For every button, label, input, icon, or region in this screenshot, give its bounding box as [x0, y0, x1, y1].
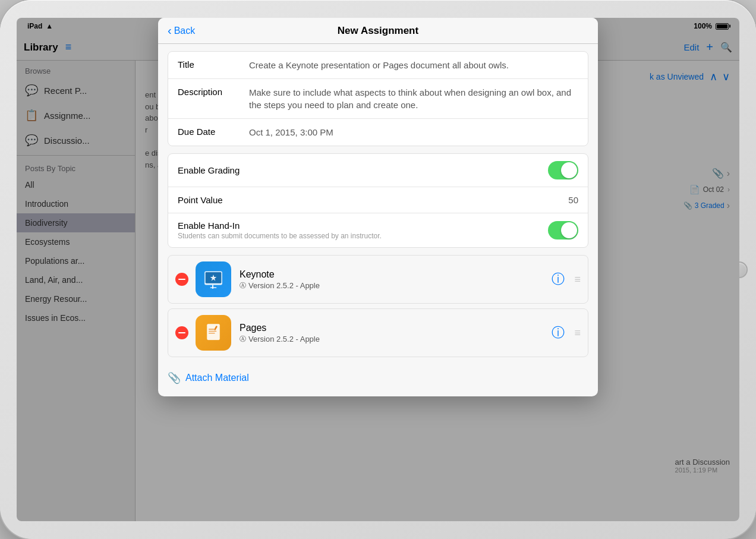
back-label: Back — [174, 26, 196, 36]
new-assignment-modal: ‹ Back New Assignment Title Create a Key… — [158, 18, 598, 396]
pages-version-text: Version 2.5.2 - Apple — [248, 335, 320, 343]
enable-handin-sublabel: Students can submit documents to be asse… — [178, 232, 548, 240]
point-value-row: Point Value 50 — [168, 187, 588, 213]
pages-actions: ⓘ ≡ — [552, 324, 581, 342]
description-value: Make sure to include what aspects to thi… — [249, 86, 578, 111]
modal-overlay: ‹ Back New Assignment Title Create a Key… — [17, 18, 739, 521]
enable-handin-block: Enable Hand-In Students can submit docum… — [178, 220, 548, 240]
modal-body: Title Create a Keynote presentation or P… — [158, 51, 598, 396]
keynote-actions: ⓘ ≡ — [552, 270, 581, 288]
description-label: Description — [178, 86, 249, 97]
pages-info: Pages Ⓐ Version 2.5.2 - Apple — [240, 323, 552, 343]
description-row: Description Make sure to include what as… — [168, 79, 588, 119]
pages-item: Pages Ⓐ Version 2.5.2 - Apple ⓘ ≡ — [168, 308, 588, 357]
title-value: Create a Keynote presentation or Pages d… — [249, 59, 578, 71]
ipad-frame: iPad ▲ 9:41 AM 100% Library ≡ Edit + 🔍 — [0, 0, 756, 539]
ipad-screen: iPad ▲ 9:41 AM 100% Library ≡ Edit + 🔍 — [17, 18, 739, 521]
svg-rect-3 — [212, 285, 213, 289]
pages-name: Pages — [240, 323, 552, 333]
due-date-row: Due Date Oct 1, 2015, 3:00 PM — [168, 119, 588, 146]
title-label: Title — [178, 59, 249, 70]
svg-rect-10 — [209, 333, 215, 333]
keynote-info-button[interactable]: ⓘ — [552, 270, 565, 288]
svg-rect-6 — [207, 324, 219, 340]
svg-rect-4 — [210, 287, 217, 288]
enable-handin-toggle[interactable] — [548, 221, 578, 239]
enable-grading-block: Enable Grading — [178, 165, 548, 175]
point-value-value: 50 — [568, 195, 578, 205]
enable-grading-toggle[interactable] — [548, 161, 578, 179]
form-section: Title Create a Keynote presentation or P… — [168, 51, 588, 146]
keynote-name: Keynote — [240, 269, 552, 280]
pages-remove-button[interactable] — [175, 326, 188, 339]
enable-grading-label: Enable Grading — [178, 165, 548, 175]
modal-nav-bar: ‹ Back New Assignment — [158, 18, 598, 44]
attach-paperclip-icon: 📎 — [168, 371, 181, 384]
keynote-remove-button[interactable] — [175, 273, 188, 286]
back-arrow-icon: ‹ — [168, 24, 172, 37]
svg-rect-8 — [209, 329, 214, 329]
modal-title: New Assignment — [338, 25, 418, 37]
keynote-appstore-icon: Ⓐ — [240, 281, 246, 290]
enable-handin-row: Enable Hand-In Students can submit docum… — [168, 213, 588, 247]
keynote-drag-handle[interactable]: ≡ — [574, 273, 581, 286]
due-date-value: Oct 1, 2015, 3:00 PM — [249, 126, 578, 138]
keynote-item: Keynote Ⓐ Version 2.5.2 - Apple ⓘ ≡ — [168, 255, 588, 304]
enable-grading-row: Enable Grading — [168, 154, 588, 187]
pages-drag-handle[interactable]: ≡ — [574, 327, 581, 339]
svg-rect-9 — [209, 331, 216, 332]
pages-version: Ⓐ Version 2.5.2 - Apple — [240, 335, 552, 343]
keynote-icon — [196, 261, 231, 297]
pages-info-button[interactable]: ⓘ — [552, 324, 565, 342]
point-value-block: Point Value — [178, 195, 568, 205]
point-value-label: Point Value — [178, 195, 568, 205]
attach-material-button[interactable]: 📎 Attach Material — [158, 364, 598, 396]
keynote-version-text: Version 2.5.2 - Apple — [248, 281, 320, 290]
title-row: Title Create a Keynote presentation or P… — [168, 52, 588, 79]
due-date-label: Due Date — [178, 126, 249, 137]
keynote-app-svg — [201, 267, 225, 291]
keynote-info: Keynote Ⓐ Version 2.5.2 - Apple — [240, 269, 552, 290]
attach-label: Attach Material — [185, 373, 249, 383]
enable-handin-label: Enable Hand-In — [178, 220, 548, 231]
toggle-section: Enable Grading Point Value 50 — [168, 153, 588, 248]
back-button[interactable]: ‹ Back — [168, 24, 195, 37]
pages-app-svg — [201, 321, 225, 345]
pages-icon — [196, 315, 231, 351]
pages-appstore-icon: Ⓐ — [240, 335, 246, 343]
app-section: Keynote Ⓐ Version 2.5.2 - Apple ⓘ ≡ — [168, 255, 588, 357]
keynote-version: Ⓐ Version 2.5.2 - Apple — [240, 281, 552, 290]
